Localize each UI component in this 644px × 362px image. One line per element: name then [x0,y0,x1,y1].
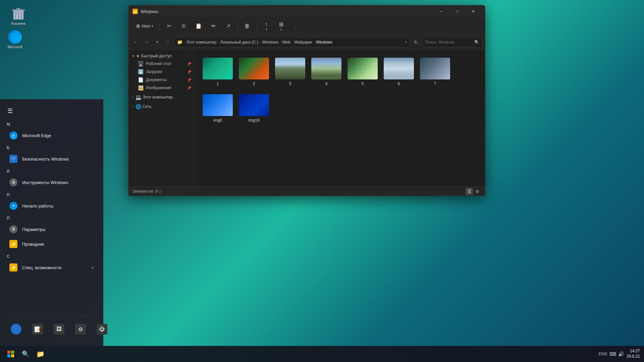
up-button[interactable]: ↑ [163,38,173,47]
explorer-taskbar-button[interactable]: 📁 [34,347,47,361]
category-i: И [0,166,103,175]
category-p: П [0,213,103,222]
new-button[interactable]: ⊕ New ▾ [132,21,157,31]
share-button[interactable]: ↗ [221,21,235,31]
file-item-1[interactable]: 1 [201,55,234,89]
sidebar-item-desktop[interactable]: 🖥️ Рабочий стол 📌 [130,60,194,68]
network-icon: 🌐 [136,104,141,109]
bottom-settings[interactable]: ⚙ [72,321,89,337]
this-pc-expand-icon: › [132,96,133,99]
start-item-explorer[interactable]: 📁 Проводник [3,237,101,251]
refresh-button[interactable]: ↻ [411,38,421,47]
search-button[interactable]: 🔍 [19,347,32,361]
sidebar: ▾ ★ Быстрый доступ 🖥️ Рабочий стол 📌 ⬇️ … [128,50,196,186]
paste-button[interactable]: 📋 [192,21,205,31]
breadcrumb-bar[interactable]: 📁 › Этот компьютер › Локальный диск (C:)… [174,37,410,47]
this-pc-header[interactable]: › 💻 Этот компьютер [130,93,194,101]
delete-button[interactable]: 🗑 [240,22,254,31]
file-name-7: 7 [434,81,436,86]
file-item-5[interactable]: 5 [346,55,379,89]
start-item-security[interactable]: 🛡 Безопасность Windows [3,152,101,166]
file-name-4: 4 [325,81,328,86]
svg-rect-6 [7,351,10,354]
clock[interactable]: 14:27 29.6.21 [627,349,640,359]
hamburger-icon[interactable]: ☰ [5,105,15,117]
title-bar-left: 📁 Windows [132,9,158,14]
edge-icon: e [9,131,17,139]
file-item-6[interactable]: 6 [382,55,416,89]
bottom-notes[interactable]: 📝 [30,321,46,337]
file-item-2[interactable]: 2 [237,55,271,89]
taskbar-left: 🔍 📁 [4,347,47,361]
category-b: Б [0,143,103,152]
file-item-img19[interactable]: img19 [237,92,271,125]
file-item-4[interactable]: 4 [310,55,343,89]
security-icon: 🛡 [9,155,17,163]
maximize-button[interactable]: □ [449,6,465,17]
quick-access-header[interactable]: ▾ ★ Быстрый доступ [130,52,194,60]
breadcrumb-c-drive[interactable]: Локальный диск (C:) [220,40,258,45]
file-name-img0: img0 [213,118,222,123]
share-icon: ↗ [226,23,230,29]
breadcrumb-current[interactable]: Windows [316,40,332,45]
bottom-gallery[interactable]: 🖼 [51,321,67,337]
recycle-bin-icon[interactable]: Корзина [7,7,30,25]
breadcrumb-web[interactable]: Web [282,40,290,45]
bottom-power[interactable]: ⏻ [94,321,110,337]
start-item-settings[interactable]: ⚙ Параметры [3,222,101,237]
settings2-icon: ⚙ [75,324,86,335]
dropdown-icon: ▾ [152,24,153,28]
file-item-img0[interactable]: img0 [201,92,234,125]
list-view-button[interactable]: ☰ [466,188,473,195]
thumbnail-6 [384,58,414,79]
svg-rect-9 [11,354,14,357]
sort-icon: ↕ [265,21,268,27]
forward-button[interactable]: → [142,38,151,47]
bottom-user[interactable]: 👤 [8,321,24,337]
sidebar-item-downloads[interactable]: ⬇️ Загрузки 📌 [130,68,194,76]
delete-icon: 🗑 [245,23,250,29]
network-header[interactable]: › 🌐 Сеть [130,103,194,111]
search-icon[interactable]: 🔍 [474,40,479,45]
start-button[interactable] [4,347,17,361]
file-item-7[interactable]: 7 [418,55,452,89]
svg-rect-8 [7,354,10,357]
edge-desktop-icon[interactable]: 🌐 Microsoft [3,30,27,49]
close-button[interactable]: ✕ [466,6,481,17]
sidebar-item-documents[interactable]: 📄 Документы 📌 [130,76,194,84]
more-button[interactable]: ... [289,23,303,29]
search-input[interactable] [425,40,472,45]
file-name-2: 2 [253,81,255,86]
copy-button[interactable]: ⎘ [177,22,191,31]
start-item-special[interactable]: 📁 Спец. возможности ∨ [3,260,101,275]
file-item-3[interactable]: 3 [273,55,307,89]
start-item-tools[interactable]: ⚙ Инструменты Windows [3,175,101,190]
view-button[interactable]: ⊞ ▾ [274,20,288,33]
start-item-getstarted[interactable]: ✦ Начало работы [3,198,101,213]
sidebar-item-pictures[interactable]: 🖼️ Изображения 📌 [130,84,194,92]
breadcrumb-wallpaper[interactable]: Wallpaper [294,40,312,45]
rename-button[interactable]: ✏ [207,21,220,31]
search-bar[interactable]: 🔍 [422,37,482,47]
minimize-button[interactable]: ─ [433,6,449,17]
volume-icon[interactable]: 🔊 [618,351,624,357]
breadcrumb-sep-5: › [314,40,315,44]
folder-icon: 📁 [132,9,138,14]
sort-button[interactable]: ↕ ▾ [260,20,273,32]
back-button[interactable]: ← [131,38,141,47]
rename-icon: ✏ [211,23,216,29]
taskbar-right: ENG ⌨ 🔊 14:27 29.6.21 [599,349,640,359]
breadcrumb-this-pc[interactable]: Этот компьютер [186,40,216,45]
window-controls: ─ □ ✕ [433,6,481,17]
clock-date: 29.6.21 [627,354,640,359]
start-item-edge[interactable]: e Microsoft Edge [3,128,101,143]
breadcrumb-expand-icon[interactable]: ▾ [405,40,407,44]
toolbar-sep-2 [237,21,238,31]
grid-view-button[interactable]: ⊞ [474,188,481,195]
cut-button[interactable]: ✂ [162,21,176,31]
lang-indicator: ENG [599,352,607,356]
breadcrumb-windows[interactable]: Windows [262,40,278,45]
category-m: М [0,119,103,128]
file-name-1: 1 [217,81,219,86]
expand-button[interactable]: ▾ [153,38,162,47]
